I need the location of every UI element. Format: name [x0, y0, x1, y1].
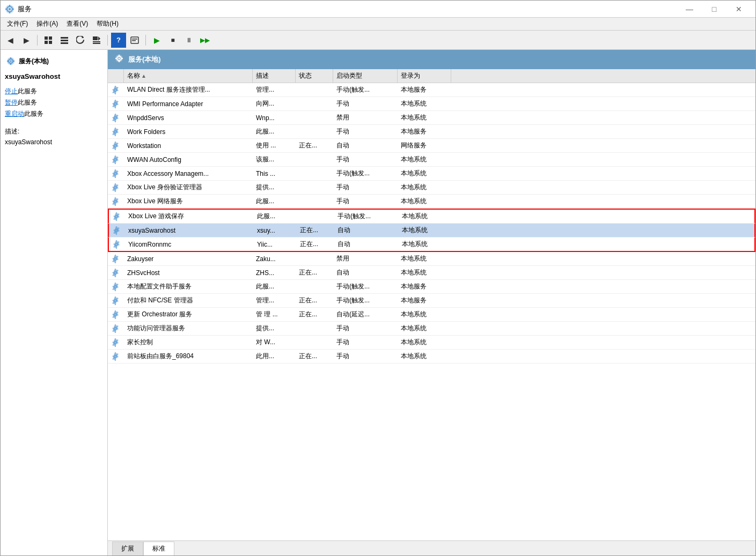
table-row[interactable]: 本地配置文件助手服务 此服... 手动(触发... 本地服务: [108, 280, 755, 294]
view-grid-button[interactable]: [41, 33, 56, 48]
svg-point-2: [9, 8, 11, 10]
table-row[interactable]: Xbox Live 网络服务 此服... 手动 本地系统: [108, 195, 755, 209]
cell-desc: 使用 ...: [253, 139, 296, 152]
table-row[interactable]: WLAN Direct 服务连接管理... 管理... 手动(触发... 本地服…: [108, 83, 755, 97]
cell-desc: 此服...: [254, 210, 297, 223]
cell-name: WLAN Direct 服务连接管理...: [124, 83, 253, 97]
cell-name: Xbox Live 游戏保存: [125, 210, 254, 223]
cell-status: 正在...: [296, 350, 333, 363]
col-name[interactable]: 名称 ▲: [124, 69, 253, 83]
table-row[interactable]: WMI Performance Adapter 向网... 手动 本地系统: [108, 97, 755, 111]
cell-startup: 手动: [333, 195, 398, 208]
cell-startup: 自动: [333, 266, 398, 279]
svg-rect-15: [93, 43, 100, 44]
restart-action-text[interactable]: 重启动: [5, 110, 24, 117]
table-row[interactable]: 更新 Orchestrator 服务 管 理 ... 正在... 自动(延迟..…: [108, 308, 755, 322]
cell-name: WWAN AutoConfig: [124, 153, 253, 166]
table-row[interactable]: WWAN AutoConfig 该服... 手动 本地系统: [108, 153, 755, 167]
cell-startup: 禁用: [333, 252, 398, 265]
table-row[interactable]: 前站板由白服务_69804 此用... 正在... 手动 本地系统: [108, 350, 755, 364]
tab-expand[interactable]: 扩展: [112, 542, 143, 555]
left-panel-header: 服务(本地): [5, 54, 103, 68]
view-list-button[interactable]: [57, 33, 72, 48]
cell-startup: 手动: [333, 336, 398, 349]
table-row[interactable]: WnpddServs Wnp... 禁用 本地系统: [108, 111, 755, 125]
stop-button[interactable]: ■: [165, 33, 180, 48]
cell-name: Xbox Live 网络服务: [124, 195, 253, 208]
cell-icon: [108, 111, 124, 124]
table-row[interactable]: Xbox Live 游戏保存 此服... 手动(触发... 本地系统: [108, 209, 755, 224]
forward-button[interactable]: ▶: [19, 33, 34, 48]
menu-bar: 文件(F) 操作(A) 查看(V) 帮助(H): [1, 18, 755, 31]
svg-rect-8: [49, 36, 52, 40]
cell-name: Zakuyser: [124, 252, 253, 265]
menu-action[interactable]: 操作(A): [32, 18, 62, 29]
close-button[interactable]: ✕: [726, 1, 751, 18]
cell-startup: 手动: [333, 125, 398, 138]
cell-name: YiicomRonnmc: [125, 238, 254, 251]
export-button[interactable]: [89, 33, 104, 48]
table-row[interactable]: Zakuyser Zaku... 禁用 本地系统: [108, 252, 755, 266]
cell-status: 正在...: [297, 224, 334, 237]
cell-startup: 手动: [333, 181, 398, 194]
refresh-button[interactable]: [73, 33, 88, 48]
cell-startup: 自动(延迟...: [333, 308, 398, 321]
table-row[interactable]: ZHSvcHost ZHS... 正在... 自动 本地系统: [108, 266, 755, 280]
help-button[interactable]: ?: [111, 33, 126, 48]
table-row[interactable]: Workstation 使用 ... 正在... 自动 网络服务: [108, 139, 755, 153]
pause-action-text[interactable]: 暂停: [5, 99, 18, 106]
window-controls: — □ ✕: [677, 1, 751, 18]
minimize-button[interactable]: —: [677, 1, 702, 18]
cell-login: 本地系统: [398, 266, 451, 279]
cell-icon: [108, 97, 124, 110]
cell-startup: 手动: [333, 322, 398, 335]
table-row[interactable]: Xbox Live 身份验证管理器 提供... 手动 本地系统: [108, 181, 755, 195]
table-row[interactable]: xsuyaSwarohost xsuy... 正在... 自动 本地系统: [108, 224, 755, 238]
table-row[interactable]: YiicomRonnmc Yiic... 正在... 自动 本地系统: [108, 238, 755, 252]
services-table[interactable]: 名称 ▲ 描述 状态 启动类型 登录为 WLAN Direct 服务连接管理: [108, 69, 755, 540]
cell-name: 更新 Orchestrator 服务: [124, 308, 253, 321]
desc-label: 描述:: [5, 127, 103, 136]
col-login[interactable]: 登录为: [398, 69, 451, 83]
table-row[interactable]: Xbox Accessory Managem... This ... 手动(触发…: [108, 167, 755, 181]
col-desc[interactable]: 描述: [253, 69, 296, 83]
cell-name: 付款和 NFC/SE 管理器: [124, 294, 253, 307]
restart-service-link[interactable]: 重启动此服务: [5, 109, 103, 118]
table-row[interactable]: 付款和 NFC/SE 管理器 管理... 正在... 手动(触发... 本地服务: [108, 294, 755, 308]
back-button[interactable]: ◀: [3, 33, 18, 48]
stop-service-link[interactable]: 停止此服务: [5, 87, 103, 96]
menu-view[interactable]: 查看(V): [62, 18, 92, 29]
pause-button[interactable]: ⏸: [181, 33, 196, 48]
col-status[interactable]: 状态: [296, 69, 333, 83]
left-panel-title: 服务(本地): [19, 57, 49, 66]
cell-desc: 此服...: [253, 195, 296, 208]
maximize-button[interactable]: □: [702, 1, 726, 18]
cell-startup: 禁用: [333, 111, 398, 124]
play-button[interactable]: ▶: [149, 33, 164, 48]
svg-rect-19: [132, 40, 136, 41]
cell-status: [296, 280, 333, 293]
stop-action-text[interactable]: 停止: [5, 87, 18, 95]
cell-login: 本地系统: [399, 210, 452, 223]
cell-desc: 管理...: [253, 83, 296, 97]
cell-name: Xbox Live 身份验证管理器: [124, 181, 253, 194]
pause-service-link[interactable]: 暂停此服务: [5, 98, 103, 107]
cell-startup: 手动(触发...: [333, 294, 398, 307]
col-name-label: 名称: [127, 71, 140, 80]
cell-name: Work Folders: [124, 125, 253, 138]
menu-file[interactable]: 文件(F): [3, 18, 32, 29]
table-row[interactable]: 功能访问管理器服务 提供... 手动 本地系统: [108, 322, 755, 336]
properties-button[interactable]: [127, 33, 142, 48]
table-row[interactable]: Work Folders 此服... 手动 本地服务: [108, 125, 755, 139]
title-bar: 服务 — □ ✕: [1, 1, 755, 18]
cell-name: WMI Performance Adapter: [124, 97, 253, 110]
tab-standard[interactable]: 标准: [143, 542, 174, 555]
menu-help[interactable]: 帮助(H): [92, 18, 123, 29]
cell-status: 正在...: [297, 238, 334, 251]
cell-desc: Zaku...: [253, 252, 296, 265]
col-startup[interactable]: 启动类型: [333, 69, 398, 83]
restart-button[interactable]: ▶▶: [197, 33, 212, 48]
left-panel-links: 停止此服务 暂停此服务 重启动此服务: [5, 87, 103, 118]
table-row[interactable]: 家长控制 对 W... 手动 本地系统: [108, 336, 755, 350]
cell-icon: [108, 195, 124, 208]
